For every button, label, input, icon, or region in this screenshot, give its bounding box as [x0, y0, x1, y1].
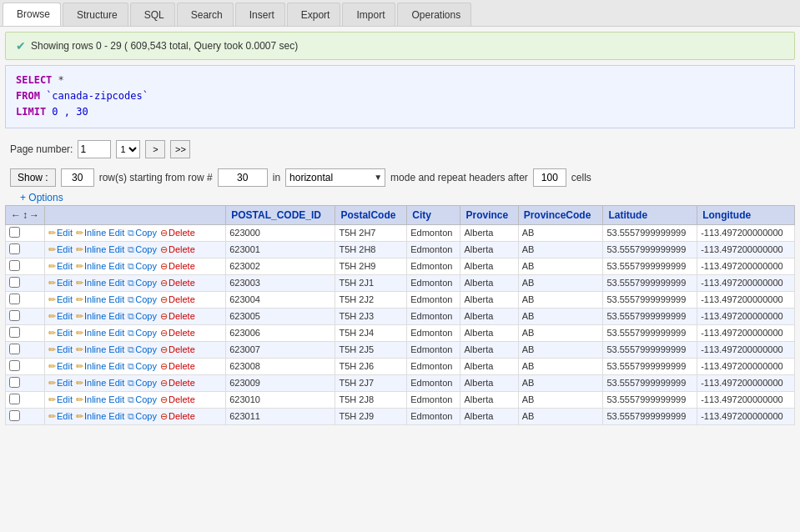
edit-link[interactable]: Edit — [57, 328, 73, 338]
cells-label: cells — [571, 172, 591, 183]
delete-link[interactable]: Delete — [169, 344, 195, 354]
row-checkbox-cell — [6, 324, 45, 341]
edit-link[interactable]: Edit — [57, 244, 73, 254]
sort-province-link[interactable]: Province — [465, 209, 508, 221]
delete-link[interactable]: Delete — [169, 361, 195, 371]
delete-icon: ⊖ — [160, 278, 168, 289]
edit-link[interactable]: Edit — [57, 261, 73, 271]
tab-search[interactable]: Search — [177, 3, 234, 26]
delete-link[interactable]: Delete — [169, 411, 195, 421]
sort-province-code-link[interactable]: ProvinceCode — [524, 209, 591, 221]
cell-province-code: AB — [518, 258, 603, 274]
show-button[interactable]: Show : — [10, 168, 56, 187]
inline-edit-link[interactable]: Inline Edit — [84, 378, 124, 388]
copy-link[interactable]: Copy — [135, 244, 157, 254]
table-row: ✏ Edit ✏ Inline Edit ⧉ Copy ⊖ Delete 623… — [6, 224, 795, 241]
row-checkbox[interactable] — [9, 260, 20, 271]
delete-link[interactable]: Delete — [169, 394, 195, 404]
delete-link[interactable]: Delete — [169, 378, 195, 388]
copy-link[interactable]: Copy — [135, 228, 157, 238]
mode-select[interactable]: horizontal vertical horizontalflipped — [285, 168, 385, 187]
copy-link[interactable]: Copy — [135, 411, 157, 421]
inline-edit-link[interactable]: Inline Edit — [84, 411, 124, 421]
copy-link[interactable]: Copy — [135, 311, 157, 321]
query-from-kw: FROM — [16, 90, 40, 102]
edit-link[interactable]: Edit — [57, 411, 73, 421]
delete-link[interactable]: Delete — [169, 228, 195, 238]
row-checkbox[interactable] — [9, 277, 20, 288]
arrow-left-icon: ← — [11, 209, 21, 221]
export-tab-label: Export — [301, 9, 330, 21]
copy-link[interactable]: Copy — [135, 294, 157, 304]
inline-edit-link[interactable]: Inline Edit — [84, 328, 124, 338]
page-number-input[interactable] — [78, 140, 111, 158]
inline-edit-link[interactable]: Inline Edit — [84, 244, 124, 254]
inline-edit-link[interactable]: Inline Edit — [84, 311, 124, 321]
delete-link[interactable]: Delete — [169, 294, 195, 304]
copy-link[interactable]: Copy — [135, 344, 157, 354]
row-checkbox[interactable] — [9, 377, 20, 388]
row-checkbox[interactable] — [9, 344, 20, 354]
row-checkbox[interactable] — [9, 360, 20, 371]
row-checkbox[interactable] — [9, 327, 20, 338]
edit-link[interactable]: Edit — [57, 294, 73, 304]
copy-link[interactable]: Copy — [135, 278, 157, 288]
sort-postal-code-link[interactable]: PostalCode — [340, 209, 395, 221]
row-checkbox[interactable] — [9, 410, 20, 421]
delete-link[interactable]: Delete — [169, 328, 195, 338]
inline-edit-pencil-icon: ✏ — [76, 378, 83, 389]
cell-postal-code-id: 623002 — [226, 258, 335, 274]
page-select[interactable]: 1 — [116, 140, 140, 158]
cell-longitude: -113.497200000000 — [697, 341, 795, 358]
col-header-postal-code-id: POSTAL_CODE_ID — [226, 205, 335, 224]
tab-export[interactable]: Export — [287, 3, 341, 26]
copy-link[interactable]: Copy — [135, 261, 157, 271]
sort-longitude-link[interactable]: Longitude — [702, 209, 751, 221]
tab-structure[interactable]: Structure — [63, 3, 128, 26]
headers-repeat-input[interactable] — [533, 168, 566, 187]
sort-arrows-row: ← ↕ → POSTAL_CODE_ID PostalCode City Pro… — [6, 205, 795, 224]
delete-link[interactable]: Delete — [169, 261, 195, 271]
inline-edit-link[interactable]: Inline Edit — [84, 294, 124, 304]
inline-edit-link[interactable]: Inline Edit — [84, 361, 124, 371]
copy-link[interactable]: Copy — [135, 394, 157, 404]
edit-link[interactable]: Edit — [57, 361, 73, 371]
rows-count-input[interactable] — [61, 168, 94, 187]
tab-insert[interactable]: Insert — [235, 3, 285, 26]
edit-link[interactable]: Edit — [57, 278, 73, 288]
delete-link[interactable]: Delete — [169, 278, 195, 288]
rows-start-input[interactable] — [218, 168, 268, 187]
row-checkbox[interactable] — [9, 294, 20, 304]
copy-link[interactable]: Copy — [135, 328, 157, 338]
edit-link[interactable]: Edit — [57, 378, 73, 388]
edit-link[interactable]: Edit — [57, 394, 73, 404]
delete-link[interactable]: Delete — [169, 244, 195, 254]
inline-edit-link[interactable]: Inline Edit — [84, 261, 124, 271]
tab-sql[interactable]: SQL — [130, 3, 175, 26]
tab-browse[interactable]: Browse — [3, 3, 61, 26]
options-link[interactable]: + Options — [10, 188, 73, 207]
copy-link[interactable]: Copy — [135, 378, 157, 388]
edit-link[interactable]: Edit — [57, 311, 73, 321]
row-checkbox[interactable] — [9, 310, 20, 321]
sort-latitude-link[interactable]: Latitude — [608, 209, 647, 221]
row-checkbox[interactable] — [9, 243, 20, 254]
edit-link[interactable]: Edit — [57, 344, 73, 354]
delete-link[interactable]: Delete — [169, 311, 195, 321]
inline-edit-link[interactable]: Inline Edit — [84, 228, 124, 238]
inline-edit-link[interactable]: Inline Edit — [84, 394, 124, 404]
tab-operations[interactable]: Operations — [397, 3, 471, 26]
cell-postal-code: T5H 2J4 — [335, 324, 407, 341]
tab-import[interactable]: Import — [342, 3, 395, 26]
row-checkbox[interactable] — [9, 227, 20, 238]
sort-postal-code-id-link[interactable]: POSTAL_CODE_ID — [231, 209, 321, 221]
next-page-button[interactable]: > — [145, 140, 165, 158]
row-checkbox[interactable] — [9, 394, 20, 404]
inline-edit-link[interactable]: Inline Edit — [84, 278, 124, 288]
inline-edit-link[interactable]: Inline Edit — [84, 344, 124, 354]
edit-link[interactable]: Edit — [57, 228, 73, 238]
last-page-button[interactable]: >> — [170, 140, 190, 158]
copy-link[interactable]: Copy — [135, 361, 157, 371]
sort-city-link[interactable]: City — [412, 209, 431, 221]
cell-postal-code-id: 623010 — [226, 391, 335, 408]
